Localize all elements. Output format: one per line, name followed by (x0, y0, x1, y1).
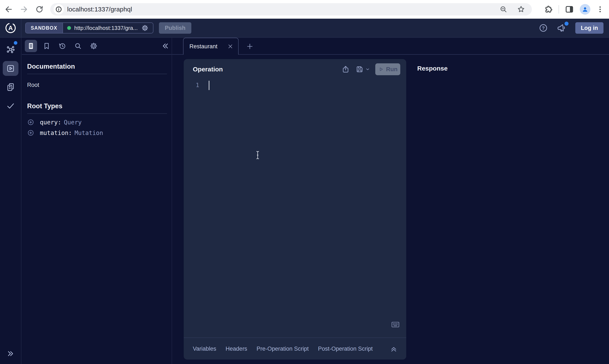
documentation-panel: Documentation Root Root Types query: Que… (22, 38, 172, 364)
operation-header: Operation (184, 59, 406, 79)
expand-footer-chevrons-icon[interactable] (389, 344, 398, 353)
root-type-row-mutation: mutation: Mutation (27, 129, 167, 137)
login-button[interactable]: Log in (575, 22, 604, 34)
footer-tab-post-operation-script[interactable]: Post-Operation Script (318, 346, 373, 352)
zoom-out-icon[interactable] (499, 5, 508, 13)
apollo-topbar: A SANDBOX http://localhost:1337/gra... P… (0, 19, 609, 38)
endpoint-url-text: http://localhost:1337/gra... (74, 25, 138, 31)
root-types-title: Root Types (27, 102, 167, 110)
field-name: query: (40, 119, 61, 126)
footer-tab-variables[interactable]: Variables (193, 346, 216, 352)
svg-text:A: A (8, 25, 13, 31)
operation-footer: Variables Headers Pre-Operation Script P… (184, 338, 406, 360)
app-screen: localhost:1337/graphql (0, 0, 609, 364)
side-panel-icon[interactable] (565, 4, 574, 14)
docs-root-breadcrumb[interactable]: Root (27, 82, 167, 88)
extensions-icon[interactable] (544, 5, 553, 14)
docs-divider (27, 113, 167, 114)
field-type-link[interactable]: Mutation (75, 130, 103, 136)
announcement-notification-dot (565, 22, 569, 26)
footer-tab-headers[interactable]: Headers (226, 346, 247, 352)
browser-reload-icon[interactable] (35, 5, 44, 14)
nav-explorer-button[interactable] (3, 61, 18, 76)
tab-close-icon[interactable] (227, 43, 233, 50)
documentation-tab-icon[interactable] (25, 40, 37, 52)
documentation-toolbar (22, 38, 172, 55)
nav-checks-button[interactable] (3, 98, 18, 113)
bookmarks-icon[interactable] (40, 40, 53, 52)
endpoint-url-field[interactable]: http://localhost:1337/gra... (63, 23, 153, 33)
announcements-megaphone-icon[interactable] (557, 23, 567, 33)
root-type-row-query: query: Query (27, 118, 167, 126)
docs-divider (27, 74, 167, 74)
footer-tab-pre-operation-script[interactable]: Pre-Operation Script (257, 346, 309, 352)
add-field-plus-icon[interactable] (27, 129, 34, 136)
keyboard-shortcuts-icon[interactable] (391, 321, 400, 328)
browser-toolbar: localhost:1337/graphql (0, 0, 609, 19)
connection-status-dot (67, 26, 71, 30)
connection-settings-gear-icon[interactable] (141, 24, 149, 32)
new-tab-plus-icon[interactable] (246, 42, 254, 51)
tab-label: Restaurant (189, 43, 227, 50)
sandbox-badge: SANDBOX (26, 23, 63, 33)
nav-supergraph-button[interactable] (3, 42, 18, 57)
publish-button[interactable]: Publish (159, 22, 192, 34)
apollo-logo[interactable]: A (0, 19, 21, 37)
browser-menu-kebab-icon[interactable] (596, 5, 604, 13)
site-info-icon[interactable] (54, 4, 64, 14)
save-operation-icon[interactable] (355, 65, 364, 74)
left-nav-rail (0, 38, 21, 364)
operation-panel: Operation (184, 59, 406, 360)
browser-back-icon[interactable] (4, 5, 13, 14)
search-icon[interactable] (72, 40, 84, 52)
response-panel: Response (406, 59, 609, 364)
expand-rail-chevrons-icon[interactable] (0, 349, 21, 358)
share-operation-icon[interactable] (341, 65, 350, 74)
history-icon[interactable] (56, 40, 68, 52)
operation-title: Operation (193, 66, 223, 73)
toolbar-divider (558, 5, 559, 13)
help-icon[interactable]: ? (538, 23, 548, 33)
response-title: Response (417, 65, 609, 72)
browser-forward-icon[interactable] (19, 5, 29, 14)
save-operation-group[interactable] (355, 65, 370, 74)
explorer-settings-gear-icon[interactable] (88, 40, 100, 52)
save-options-chevron-icon[interactable] (365, 67, 370, 72)
tab-restaurant[interactable]: Restaurant (183, 38, 239, 55)
endpoint-chip: SANDBOX http://localhost:1337/gra... (25, 23, 154, 33)
documentation-title: Documentation (27, 63, 167, 70)
nav-changelog-button[interactable] (3, 80, 18, 94)
browser-profile-avatar[interactable] (580, 4, 590, 15)
editor-caret (209, 81, 209, 90)
add-field-plus-icon[interactable] (27, 119, 34, 126)
run-button-label: Run (386, 66, 398, 73)
mouse-ibeam-cursor (256, 151, 259, 159)
operation-tabstrip: Restaurant (172, 38, 609, 55)
field-type-link[interactable]: Query (64, 119, 82, 126)
schema-notification-dot (14, 41, 17, 45)
run-button[interactable]: Run (375, 63, 400, 75)
browser-address-bar[interactable]: localhost:1337/graphql (50, 3, 532, 15)
bookmark-star-icon[interactable] (517, 5, 526, 14)
collapse-panel-chevrons-icon[interactable] (161, 41, 169, 51)
editor-line-number: 1 (184, 80, 199, 90)
workspace: Restaurant Operation (172, 38, 609, 364)
svg-text:?: ? (542, 26, 544, 31)
field-name: mutation: (40, 130, 72, 136)
content-area: Documentation Root Root Types query: Que… (0, 38, 609, 364)
operation-editor[interactable]: 1 (184, 80, 406, 90)
url-text: localhost:1337/graphql (67, 6, 132, 13)
